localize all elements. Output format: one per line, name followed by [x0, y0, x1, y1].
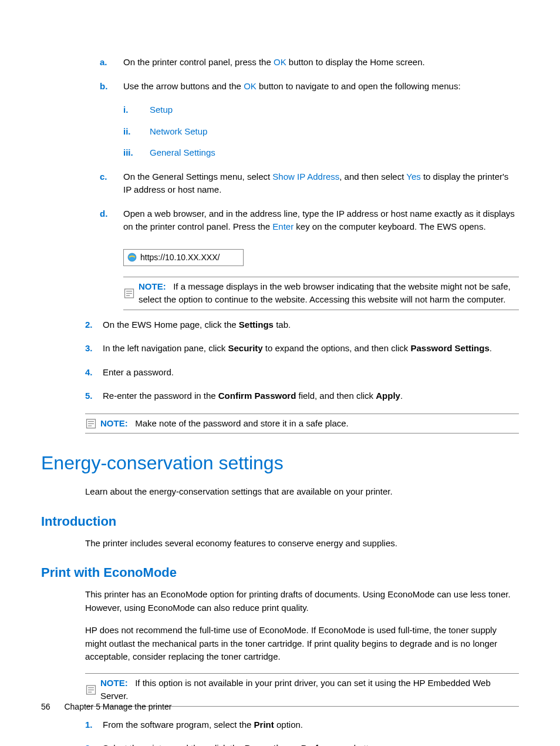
list-item: 2. Select the printer, and then click th… — [85, 742, 519, 746]
note-text: Make note of the password and store it i… — [135, 418, 349, 428]
list-item: 1. From the software program, select the… — [85, 718, 519, 732]
link-ok: OK — [274, 57, 286, 67]
num-list: 1. From the software program, select the… — [85, 718, 519, 747]
marker-1: 1. — [85, 718, 103, 732]
marker-d: d. — [100, 207, 123, 234]
marker-3: 3. — [85, 342, 103, 355]
heading-energy: Energy-conservation settings — [41, 449, 519, 477]
t: field, and then click — [296, 391, 376, 401]
t: Re-enter the password in the — [103, 391, 218, 401]
page-number: 56 — [41, 702, 50, 711]
link-enter: Enter — [272, 221, 294, 231]
note-label: NOTE: — [139, 281, 166, 291]
note-icon — [85, 677, 97, 703]
list-item: i. Setup — [123, 103, 519, 117]
roman-list: i. Setup ii. Network Setup iii. General … — [123, 103, 519, 160]
note-icon — [123, 280, 135, 307]
step-c: c. On the General Settings menu, select … — [100, 170, 519, 234]
heading-intro: Introduction — [41, 512, 519, 531]
heading-economode: Print with EconoMode — [41, 563, 519, 582]
note-box: NOTE: Make note of the password and stor… — [85, 414, 519, 434]
footer: 56 Chapter 5 Manage the printer — [41, 701, 171, 713]
note-box: NOTE: If a message displays in the web b… — [123, 277, 519, 310]
marker-a: a. — [100, 56, 123, 69]
list-item: 2. On the EWS Home page, click the Setti… — [85, 318, 519, 332]
text: Use the arrow buttons and the OK button … — [123, 80, 519, 93]
link-setup: Setup — [150, 103, 173, 117]
list-item: b. Use the arrow buttons and the OK butt… — [100, 80, 519, 93]
note-text: If this option is not available in your … — [100, 678, 491, 701]
marker-iii: iii. — [123, 146, 150, 160]
list-item: 4. Enter a password. — [85, 366, 519, 379]
t: On the General Settings menu, select — [123, 172, 272, 182]
list-item: c. On the General Settings menu, select … — [100, 170, 519, 197]
text: Enter a password. — [103, 366, 174, 379]
link-general-settings: General Settings — [150, 146, 215, 160]
list-item: 5. Re-enter the password in the Confirm … — [85, 389, 519, 403]
note-content: NOTE: If a message displays in the web b… — [139, 280, 519, 307]
link-show-ip: Show IP Address — [272, 172, 339, 182]
t: From the software program, select the — [103, 720, 254, 730]
marker-b: b. — [100, 80, 123, 93]
list-item: d. Open a web browser, and in the addres… — [100, 207, 519, 234]
para: Learn about the energy-conservation sett… — [85, 485, 519, 499]
t: . — [400, 391, 403, 401]
note-label: NOTE: — [100, 418, 128, 428]
text: On the General Settings menu, select Sho… — [123, 170, 519, 197]
chapter-label: Chapter 5 Manage the printer — [64, 702, 171, 711]
marker-2: 2. — [85, 318, 103, 332]
t: On the EWS Home page, click the — [103, 320, 239, 330]
t: to expand the options, and then click — [263, 343, 411, 353]
b: Confirm Password — [218, 391, 296, 401]
link-network-setup: Network Setup — [150, 125, 207, 139]
note-label: NOTE: — [100, 678, 128, 688]
t: or — [288, 743, 301, 746]
b: Settings — [239, 320, 274, 330]
para: The printer includes several economy fea… — [85, 537, 519, 550]
url-box: https://10.10.XX.XXX/ — [123, 249, 244, 266]
b: Preferences — [301, 743, 352, 746]
list-item: iii. General Settings — [123, 146, 519, 160]
num-list: 2. On the EWS Home page, click the Setti… — [85, 318, 519, 403]
marker-4: 4. — [85, 366, 103, 379]
link-yes: Yes — [406, 172, 420, 182]
text: Re-enter the password in the Confirm Pas… — [103, 389, 403, 403]
marker-ii: ii. — [123, 125, 150, 139]
t: , and then select — [339, 172, 406, 182]
t: button to navigate to and open the follo… — [257, 81, 461, 91]
note-content: NOTE: Make note of the password and stor… — [100, 417, 519, 431]
note-content: NOTE: If this option is not available in… — [100, 677, 519, 703]
text: From the software program, select the Pr… — [103, 718, 303, 732]
list-item: ii. Network Setup — [123, 125, 519, 139]
ie-icon — [127, 253, 137, 262]
marker-c: c. — [100, 170, 123, 197]
list-item: 3. In the left navigation pane, click Se… — [85, 342, 519, 355]
marker-i: i. — [123, 103, 150, 117]
t: Select the printer, and then click the — [103, 743, 245, 746]
list-item: a. On the printer control panel, press t… — [100, 56, 519, 69]
text: On the EWS Home page, click the Settings… — [103, 318, 291, 332]
para: HP does not recommend the full-time use … — [85, 624, 519, 664]
t: On the printer control panel, press the — [123, 57, 274, 67]
b: Security — [228, 343, 262, 353]
text: In the left navigation pane, click Secur… — [103, 342, 492, 355]
text: Select the printer, and then click the P… — [103, 742, 381, 746]
text: On the printer control panel, press the … — [123, 56, 519, 69]
para: This printer has an EconoMode option for… — [85, 588, 519, 614]
url-text: https://10.10.XX.XXX/ — [140, 251, 220, 264]
note-icon — [85, 417, 97, 431]
b: Password Settings — [411, 343, 490, 353]
t: button to display the Home screen. — [286, 57, 425, 67]
b: Properties — [245, 743, 288, 746]
marker-5: 5. — [85, 389, 103, 403]
link-ok: OK — [244, 81, 257, 91]
t: key on the computer keyboard. The EWS op… — [294, 221, 485, 231]
t: option. — [274, 720, 303, 730]
note-text: If a message displays in the web browser… — [139, 281, 511, 305]
text: Open a web browser, and in the address l… — [123, 207, 519, 234]
b: Apply — [376, 391, 400, 401]
t: button. — [352, 743, 381, 746]
marker-2: 2. — [85, 742, 103, 746]
t: Use the arrow buttons and the — [123, 81, 244, 91]
step-a: a. On the printer control panel, press t… — [100, 56, 519, 93]
